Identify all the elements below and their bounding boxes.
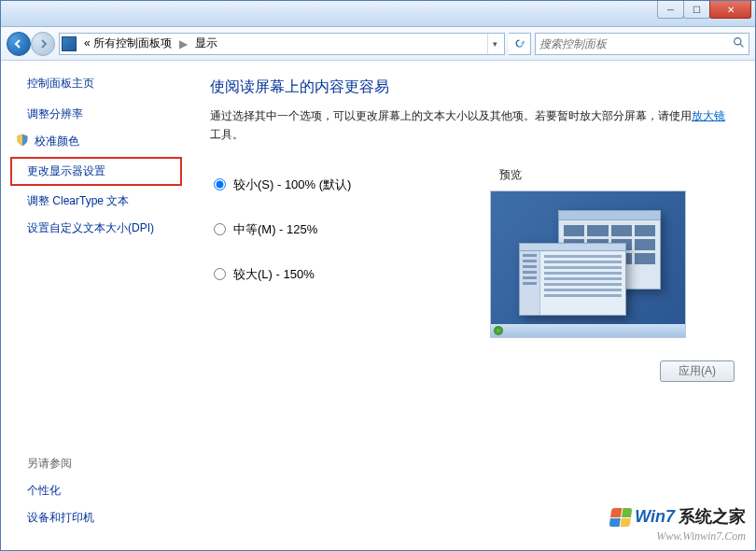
radio-large[interactable]: 较大(L) - 150% — [210, 257, 471, 302]
windows-flag-icon — [609, 508, 633, 527]
apply-button[interactable]: 应用(A) — [660, 360, 735, 382]
search-input[interactable] — [539, 37, 733, 50]
desc-text-post: 工具。 — [210, 128, 244, 141]
maximize-button[interactable]: ☐ — [683, 1, 710, 19]
control-panel-icon — [62, 36, 77, 51]
radio-medium-label: 中等(M) - 125% — [233, 221, 317, 238]
watermark-brand-prefix: Win7 — [635, 505, 675, 529]
refresh-button[interactable] — [509, 33, 531, 55]
forward-arrow-icon — [37, 38, 49, 49]
content-pane: 使阅读屏幕上的内容更容易 通过选择其中一个选项，可以更改屏幕上的文本大小以及其他… — [189, 61, 755, 550]
search-box[interactable] — [535, 33, 749, 55]
sidebar-footer: 另请参阅 个性化 设备和打印机 — [1, 450, 189, 550]
back-arrow-icon — [13, 38, 24, 49]
radio-large-label: 较大(L) - 150% — [233, 266, 315, 283]
sidebar-link-cleartype[interactable]: 调整 ClearType 文本 — [1, 188, 189, 215]
radio-medium[interactable]: 中等(M) - 125% — [210, 212, 471, 257]
preview-taskbar — [491, 324, 685, 337]
sidebar: 控制面板主页 调整分辨率 校准颜色 更改显示器设置 调整 ClearType 文… — [1, 61, 189, 550]
sidebar-link-display-settings[interactable]: 更改显示器设置 — [10, 157, 182, 186]
breadcrumb-seg-2[interactable]: 显示 — [191, 35, 221, 51]
search-icon[interactable] — [733, 36, 745, 51]
radio-small-input[interactable] — [214, 178, 226, 191]
preview-window-2 — [519, 243, 626, 316]
sidebar-link-display-settings-label: 更改显示器设置 — [27, 164, 105, 177]
address-bar[interactable]: « 所有控制面板项 ▶ 显示 ▾ — [59, 33, 505, 55]
preview-label: 预览 — [490, 167, 735, 183]
radio-medium-input[interactable] — [214, 223, 226, 235]
radio-large-input[interactable] — [214, 268, 226, 280]
svg-line-1 — [740, 44, 743, 47]
sidebar-see-also-header: 另请参阅 — [1, 450, 189, 477]
shield-icon — [16, 134, 29, 147]
window-controls: ─ ☐ ✕ — [658, 1, 755, 19]
page-description: 通过选择其中一个选项，可以更改屏幕上的文本大小以及其他项。若要暂时放大部分屏幕，… — [210, 106, 735, 145]
refresh-icon — [513, 37, 525, 49]
forward-button[interactable] — [31, 32, 55, 56]
svg-point-0 — [735, 37, 741, 44]
desc-text-pre: 通过选择其中一个选项，可以更改屏幕上的文本大小以及其他项。若要暂时放大部分屏幕，… — [210, 109, 692, 122]
button-row: 应用(A) — [210, 360, 735, 382]
window-frame: ─ ☐ ✕ « 所有控制面板项 ▶ 显示 ▾ — [0, 0, 756, 551]
sidebar-link-calibrate-label: 校准颜色 — [35, 134, 79, 148]
breadcrumb-seg-1[interactable]: « 所有控制面板项 — [80, 35, 175, 51]
back-button[interactable] — [7, 32, 31, 56]
breadcrumb-separator: ▶ — [179, 37, 188, 50]
sidebar-header[interactable]: 控制面板主页 — [1, 76, 189, 101]
options-row: 较小(S) - 100% (默认) 中等(M) - 125% 较大(L) - 1… — [210, 167, 735, 338]
watermark: Win7系统之家 Www.Winwin7.Com — [610, 505, 746, 544]
sidebar-link-resolution[interactable]: 调整分辨率 — [1, 101, 189, 128]
radio-small-label: 较小(S) - 100% (默认) — [233, 177, 351, 193]
sidebar-link-calibrate[interactable]: 校准颜色 — [1, 128, 189, 155]
body-area: 控制面板主页 调整分辨率 校准颜色 更改显示器设置 调整 ClearType 文… — [1, 61, 755, 550]
page-title: 使阅读屏幕上的内容更容易 — [210, 78, 735, 97]
address-dropdown[interactable]: ▾ — [487, 34, 502, 54]
watermark-logo: Win7系统之家 — [610, 505, 746, 529]
titlebar: ─ ☐ ✕ — [1, 1, 755, 27]
radio-group: 较小(S) - 100% (默认) 中等(M) - 125% 较大(L) - 1… — [210, 167, 471, 302]
nav-buttons — [7, 32, 55, 56]
close-button[interactable]: ✕ — [709, 1, 751, 19]
minimize-button[interactable]: ─ — [657, 1, 684, 19]
sidebar-link-dpi[interactable]: 设置自定义文本大小(DPI) — [1, 215, 189, 242]
sidebar-link-devices[interactable]: 设备和打印机 — [1, 504, 189, 531]
watermark-brand-suffix: 系统之家 — [679, 505, 746, 529]
preview-start-orb — [494, 326, 503, 335]
preview-image — [490, 191, 686, 338]
radio-small[interactable]: 较小(S) - 100% (默认) — [210, 167, 471, 212]
sidebar-link-personalize[interactable]: 个性化 — [1, 477, 189, 504]
preview-column: 预览 — [490, 167, 735, 338]
magnifier-link[interactable]: 放大镜 — [692, 109, 725, 122]
watermark-url: Www.Winwin7.Com — [610, 529, 746, 544]
toolbar: « 所有控制面板项 ▶ 显示 ▾ — [1, 27, 755, 61]
